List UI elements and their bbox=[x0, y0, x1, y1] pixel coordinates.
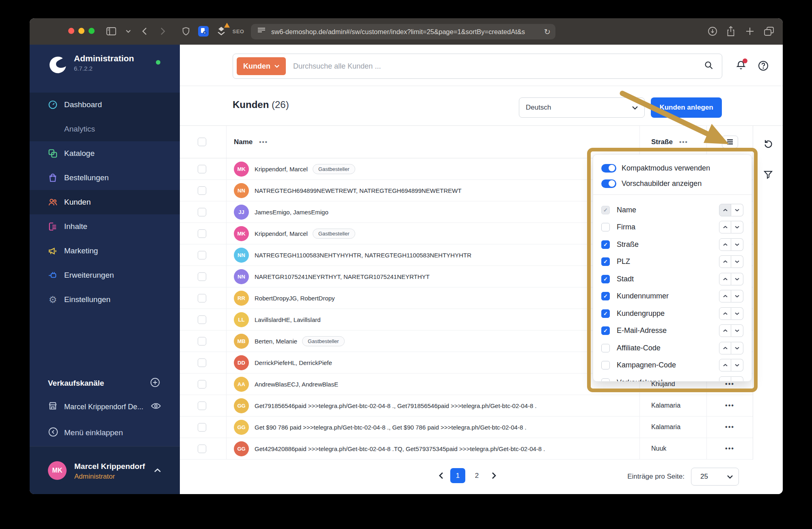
sidebar-item-einstellungen[interactable]: ⚙ Einstellungen bbox=[30, 287, 180, 312]
move-column-up-button[interactable] bbox=[719, 255, 731, 268]
reload-icon[interactable]: ↻ bbox=[544, 27, 551, 36]
customer-name[interactable]: Get $90 786 paid >>>telegra.ph/Get-btc-0… bbox=[255, 424, 527, 431]
create-customer-button[interactable]: Kunden anlegen bbox=[651, 97, 722, 118]
customer-name[interactable]: LavillslardHE, Lavillslard bbox=[255, 316, 321, 323]
column-checkbox[interactable] bbox=[601, 361, 610, 369]
eye-icon[interactable] bbox=[151, 402, 161, 412]
row-checkbox[interactable] bbox=[198, 445, 206, 453]
column-checkbox[interactable] bbox=[601, 344, 610, 352]
row-checkbox[interactable] bbox=[198, 423, 206, 432]
next-page-button[interactable] bbox=[488, 469, 500, 483]
column-checkbox[interactable]: ✓ bbox=[601, 275, 610, 283]
move-column-down-button[interactable] bbox=[731, 324, 743, 337]
preview-images-toggle[interactable] bbox=[601, 179, 616, 188]
new-tab-icon[interactable] bbox=[745, 27, 754, 36]
reader-view-icon[interactable] bbox=[257, 28, 266, 36]
previous-page-button[interactable] bbox=[435, 469, 447, 483]
column-checkbox[interactable]: ✓ bbox=[601, 240, 610, 249]
row-checkbox[interactable] bbox=[198, 251, 206, 259]
move-column-up-button[interactable] bbox=[719, 342, 731, 354]
move-column-down-button[interactable] bbox=[731, 238, 743, 251]
passwords-extension-icon[interactable] bbox=[198, 26, 209, 37]
chevron-down-icon[interactable] bbox=[126, 30, 131, 33]
collapse-menu-button[interactable]: Menü einklappen bbox=[30, 421, 180, 444]
per-page-select[interactable]: 25 bbox=[691, 468, 739, 486]
move-column-down-button[interactable] bbox=[731, 273, 743, 285]
grid-settings-button[interactable] bbox=[722, 136, 738, 148]
move-column-up-button[interactable] bbox=[719, 238, 731, 251]
row-checkbox[interactable] bbox=[198, 294, 206, 302]
row-checkbox[interactable] bbox=[198, 229, 206, 238]
page-button[interactable]: 1 bbox=[450, 468, 465, 483]
table-row[interactable]: GG Get791856546paid >>>telegra.ph/Get-bt… bbox=[180, 395, 753, 417]
column-checkbox[interactable] bbox=[601, 223, 610, 231]
search-input[interactable]: Kunden Durchsuche alle Kunden ... bbox=[233, 54, 722, 79]
row-checkbox[interactable] bbox=[198, 337, 206, 345]
move-column-up-button[interactable] bbox=[719, 376, 731, 382]
customer-name[interactable]: Get791856546paid >>>telegra.ph/Get-btc-0… bbox=[255, 402, 537, 409]
add-sales-channel-button[interactable] bbox=[150, 377, 160, 389]
move-column-up-button[interactable] bbox=[719, 204, 731, 216]
move-column-up-button[interactable] bbox=[719, 273, 731, 285]
seo-extension-icon[interactable]: SEO bbox=[233, 28, 244, 35]
row-checkbox[interactable] bbox=[198, 358, 206, 367]
notifications-bell-icon[interactable] bbox=[732, 57, 750, 75]
customer-name[interactable]: Berten, Melanie bbox=[255, 338, 297, 345]
sidebar-item-marketing[interactable]: Marketing bbox=[30, 239, 180, 263]
column-header-street[interactable]: Straße bbox=[651, 138, 673, 146]
name-column-menu-icon[interactable]: ••• bbox=[259, 138, 268, 145]
street-column-menu-icon[interactable]: ••• bbox=[679, 138, 688, 145]
window-close-button[interactable] bbox=[68, 28, 74, 34]
table-row[interactable]: GG Get429420886paid >>>telegra.ph/Get-bt… bbox=[180, 438, 753, 460]
column-checkbox[interactable]: ✓ bbox=[601, 257, 610, 266]
row-checkbox[interactable] bbox=[198, 380, 206, 389]
column-checkbox[interactable] bbox=[601, 378, 610, 382]
move-column-down-button[interactable] bbox=[731, 342, 743, 354]
sidebar-item-kataloge[interactable]: Kataloge bbox=[30, 141, 180, 166]
language-select[interactable]: Deutsch bbox=[519, 97, 645, 118]
downloads-icon[interactable] bbox=[708, 26, 717, 36]
row-context-menu[interactable]: ••• bbox=[725, 402, 734, 409]
tab-overview-icon[interactable] bbox=[764, 26, 774, 36]
row-context-menu[interactable]: ••• bbox=[725, 423, 734, 431]
row-checkbox[interactable] bbox=[198, 272, 206, 281]
sidebar-item-inhalte[interactable]: Inhalte bbox=[30, 214, 180, 239]
help-icon[interactable] bbox=[754, 57, 772, 75]
move-column-up-button[interactable] bbox=[719, 359, 731, 371]
user-menu[interactable]: MK Marcel Krippendorf Administrator bbox=[30, 446, 180, 494]
privacy-shield-icon[interactable] bbox=[182, 26, 190, 36]
row-checkbox[interactable] bbox=[198, 315, 206, 324]
move-column-down-button[interactable] bbox=[731, 307, 743, 320]
search-icon[interactable] bbox=[704, 60, 714, 72]
reset-grid-icon[interactable] bbox=[760, 136, 776, 151]
move-column-down-button[interactable] bbox=[731, 290, 743, 302]
column-checkbox[interactable]: ✓ bbox=[601, 326, 610, 335]
sidebar-toggle-icon[interactable] bbox=[106, 27, 117, 36]
customer-name[interactable]: Krippendorf, Marcel bbox=[255, 166, 308, 173]
row-checkbox[interactable] bbox=[198, 186, 206, 195]
row-checkbox[interactable] bbox=[198, 165, 206, 173]
customer-name[interactable]: DerrickPiefeHL, DerrickPiefe bbox=[255, 359, 332, 366]
column-header-name[interactable]: Name bbox=[234, 138, 253, 146]
move-column-down-button[interactable] bbox=[731, 359, 743, 371]
filter-icon[interactable] bbox=[760, 167, 776, 182]
sidebar-item-analytics[interactable]: Analytics bbox=[30, 117, 180, 141]
forward-button[interactable] bbox=[160, 27, 165, 35]
customer-name[interactable]: Get429420886paid >>>telegra.ph/Get-btc-0… bbox=[255, 445, 545, 452]
row-checkbox[interactable] bbox=[198, 208, 206, 216]
url-field[interactable]: sw6-demoshop.de/admin#/sw/customer/index… bbox=[251, 24, 555, 39]
customer-name[interactable]: NARETGR1075241NEYRTHYT, NARETGR1075241NE… bbox=[255, 273, 430, 280]
back-button[interactable] bbox=[142, 27, 147, 35]
share-icon[interactable] bbox=[726, 26, 735, 37]
move-column-up-button[interactable] bbox=[719, 221, 731, 233]
move-column-up-button[interactable] bbox=[719, 324, 731, 337]
move-column-up-button[interactable] bbox=[719, 307, 731, 320]
move-column-down-button[interactable] bbox=[731, 376, 743, 382]
column-checkbox[interactable]: ✓ bbox=[601, 309, 610, 318]
customer-name[interactable]: JamesEmigo, JamesEmigo bbox=[255, 209, 328, 216]
customer-name[interactable]: RobertDropyJG, RobertDropy bbox=[255, 295, 335, 302]
sidebar-item-bestellungen[interactable]: Bestellungen bbox=[30, 166, 180, 190]
search-scope-button[interactable]: Kunden bbox=[237, 57, 286, 75]
customer-name[interactable]: Krippendorf, Marcel bbox=[255, 230, 308, 237]
row-checkbox[interactable] bbox=[198, 402, 206, 410]
